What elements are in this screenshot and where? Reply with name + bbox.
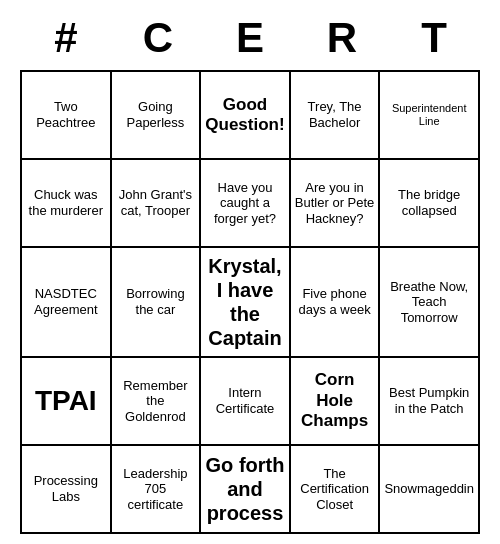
bingo-header: #CERT [20,10,480,66]
header-letter: E [204,10,296,66]
header-letter: T [388,10,480,66]
bingo-cell-7: Have you caught a forger yet? [201,160,291,248]
header-letter: R [296,10,388,66]
bingo-cell-19: Best Pumpkin in the Patch [380,358,480,446]
bingo-cell-14: Breathe Now, Teach Tomorrow [380,248,480,358]
bingo-cell-24: Snowmageddin [380,446,480,534]
bingo-cell-10: NASDTEC Agreement [22,248,112,358]
bingo-cell-22: Go forth and process [201,446,291,534]
bingo-cell-5: Chuck was the murderer [22,160,112,248]
bingo-cell-16: Remember the Goldenrod [112,358,202,446]
bingo-cell-6: John Grant's cat, Trooper [112,160,202,248]
bingo-cell-0: Two Peachtree [22,72,112,160]
header-letter: C [112,10,204,66]
bingo-cell-1: Going Paperless [112,72,202,160]
bingo-cell-13: Five phone days a week [291,248,381,358]
bingo-card: #CERT Two PeachtreeGoing PaperlessGood Q… [10,0,490,544]
bingo-cell-18: Corn Hole Champs [291,358,381,446]
bingo-cell-8: Are you in Butler or Pete Hackney? [291,160,381,248]
bingo-cell-15: TPAI [22,358,112,446]
bingo-cell-3: Trey, The Bachelor [291,72,381,160]
bingo-cell-11: Borrowing the car [112,248,202,358]
bingo-cell-21: Leadership 705 certificate [112,446,202,534]
bingo-cell-12: Krystal, I have the Captain [201,248,291,358]
bingo-cell-23: The Certification Closet [291,446,381,534]
bingo-cell-9: The bridge collapsed [380,160,480,248]
bingo-cell-2: Good Question! [201,72,291,160]
bingo-cell-17: Intern Certificate [201,358,291,446]
header-letter: # [20,10,112,66]
bingo-cell-4: Superintendent Line [380,72,480,160]
bingo-cell-20: Processing Labs [22,446,112,534]
bingo-grid: Two PeachtreeGoing PaperlessGood Questio… [20,70,480,534]
